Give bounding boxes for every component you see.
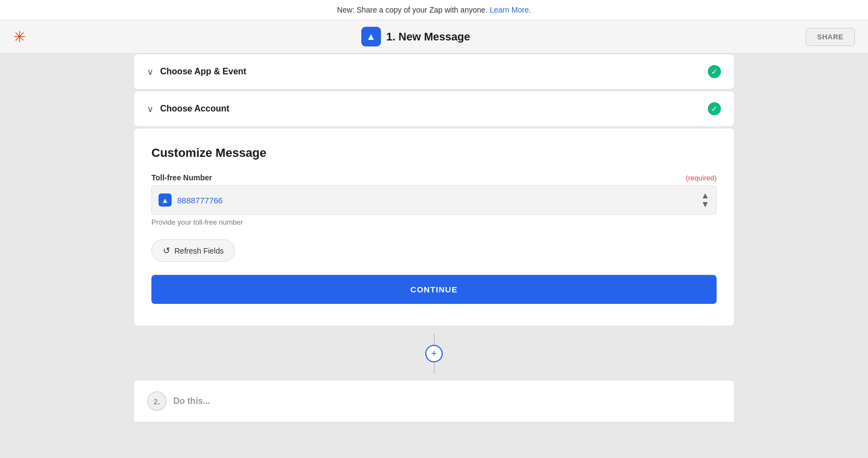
step2-label: Do this...: [173, 396, 210, 406]
connector-line-bottom: [434, 362, 435, 373]
chevron-down-icon-2: ∨: [147, 104, 154, 114]
choose-app-title: Choose App & Event: [160, 67, 247, 77]
toll-free-label: Toll-free Number: [151, 173, 212, 182]
dropdown-app-icon: ▲: [159, 193, 172, 207]
toll-free-dropdown[interactable]: ▲ 8888777766 ▲ ▼: [151, 185, 717, 215]
top-banner: New: Share a copy of your Zap with anyon…: [0, 0, 868, 20]
refresh-label: Refresh Fields: [174, 246, 224, 255]
banner-link[interactable]: Learn More: [490, 5, 529, 14]
customize-message-card: Customize Message Toll-free Number (requ…: [133, 128, 735, 326]
toll-free-value: 8888777766: [177, 196, 222, 205]
add-step-button[interactable]: +: [425, 345, 443, 362]
zapier-logo-icon[interactable]: ✳: [13, 28, 26, 46]
choose-account-title: Choose Account: [160, 104, 230, 114]
check-symbol-2: ✓: [711, 104, 718, 113]
choose-account-check-icon: ✓: [708, 102, 721, 115]
toll-free-number-field: Toll-free Number (required) ▲ 8888777766…: [151, 173, 717, 226]
dropdown-sort-icon: ▲ ▼: [701, 191, 709, 209]
continue-button[interactable]: CONTINUE: [151, 275, 717, 304]
step2-number: 2.: [147, 391, 167, 411]
customize-title: Customize Message: [151, 146, 717, 160]
choose-app-header[interactable]: ∨ Choose App & Event ✓: [134, 54, 734, 89]
connector-line-top: [434, 334, 435, 345]
chevron-down-icon: ∨: [147, 67, 154, 77]
choose-app-header-left: ∨ Choose App & Event: [147, 67, 247, 77]
refresh-fields-button[interactable]: ↺ Refresh Fields: [151, 239, 235, 262]
header-title-wrap: ▲ 1. New Message: [361, 27, 470, 46]
field-label-row: Toll-free Number (required): [151, 173, 717, 182]
add-step-connector: +: [133, 327, 735, 380]
choose-app-section: ∨ Choose App & Event ✓: [133, 54, 735, 90]
main-content: ∨ Choose App & Event ✓ ∨ Choose Account …: [0, 54, 868, 458]
choose-account-section: ∨ Choose Account ✓: [133, 91, 735, 127]
required-label: (required): [686, 174, 717, 182]
dropdown-left: ▲ 8888777766: [159, 193, 222, 207]
refresh-icon: ↺: [163, 245, 170, 256]
header: ✳ ▲ 1. New Message SHARE: [0, 20, 868, 54]
dropdown-icon-symbol: ▲: [162, 196, 169, 204]
share-button[interactable]: SHARE: [806, 28, 855, 46]
app-icon: ▲: [361, 27, 381, 46]
choose-account-header-left: ∨ Choose Account: [147, 104, 230, 114]
plus-icon: +: [431, 348, 437, 360]
step2-num-text: 2.: [154, 397, 161, 406]
banner-suffix: .: [529, 5, 531, 14]
banner-text: New: Share a copy of your Zap with anyon…: [337, 5, 488, 14]
choose-app-check-icon: ✓: [708, 65, 721, 78]
step2-card: 2. Do this...: [133, 380, 735, 422]
field-hint: Provide your toll-free number: [151, 218, 717, 226]
app-icon-symbol: ▲: [366, 31, 376, 43]
page-title: 1. New Message: [386, 31, 470, 43]
center-column: ∨ Choose App & Event ✓ ∨ Choose Account …: [122, 54, 746, 458]
check-symbol: ✓: [711, 67, 718, 76]
choose-account-header[interactable]: ∨ Choose Account ✓: [134, 91, 734, 126]
